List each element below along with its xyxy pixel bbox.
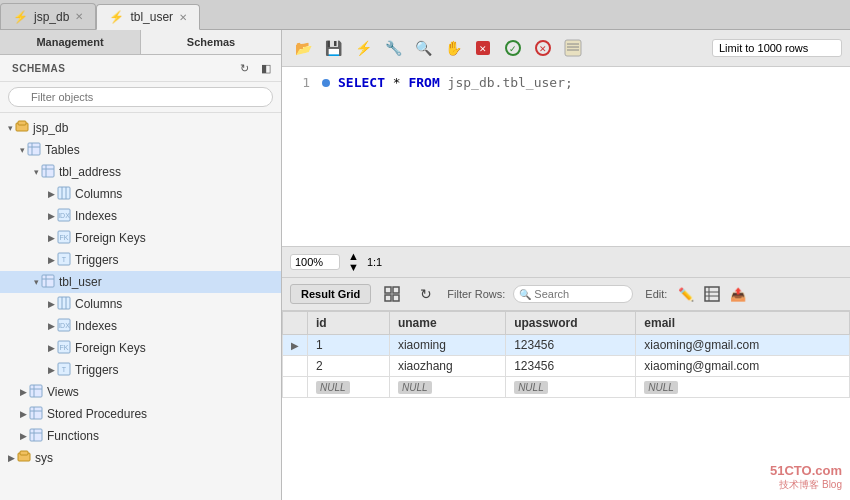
tree-label-triggers-1: Triggers — [75, 253, 119, 267]
grid-view-btn[interactable] — [379, 282, 405, 306]
row-arrow-cell — [283, 377, 308, 398]
tree-item-indexes-2[interactable]: ▶IDXIndexes — [0, 315, 281, 337]
filter-input[interactable] — [8, 87, 273, 107]
tree-item-foreignkeys-2[interactable]: ▶FKForeign Keys — [0, 337, 281, 359]
tree-item-tbl_user[interactable]: ▾tbl_user — [0, 271, 281, 293]
execute-alt-btn[interactable]: 🔧 — [380, 36, 406, 60]
cell-upassword-2: NULL — [506, 377, 636, 398]
tree-item-columns-2[interactable]: ▶Columns — [0, 293, 281, 315]
tree-arrow-sys: ▶ — [8, 453, 15, 463]
main-layout: Management Schemas SCHEMAS ↻ ◧ 🔍 ▾jsp_db… — [0, 30, 850, 500]
null-badge: NULL — [514, 381, 548, 394]
cell-id-1: 2 — [308, 356, 390, 377]
svg-rect-52 — [385, 295, 391, 301]
tree-icon-jsp_db — [15, 120, 29, 136]
stop-btn[interactable]: ✕ — [470, 36, 496, 60]
filter-box: 🔍 — [0, 82, 281, 113]
sql-toolbar: 📂 💾 ⚡ 🔧 🔍 ✋ ✕ ✓ ✕ — [282, 30, 850, 67]
col-header-email: email — [636, 312, 850, 335]
null-badge: NULL — [398, 381, 432, 394]
commit-btn[interactable]: ✓ — [500, 36, 526, 60]
sql-editor[interactable]: 1 SELECT * FROM jsp_db.tbl_user; — [282, 67, 850, 247]
sidebar-collapse-btn[interactable]: ◧ — [257, 59, 275, 77]
tab-label-inactive: jsp_db — [34, 10, 69, 24]
edit-grid-btn[interactable] — [701, 284, 723, 304]
tree-label-foreignkeys-1: Foreign Keys — [75, 231, 146, 245]
limit-input[interactable] — [712, 39, 842, 57]
tree-arrow-triggers-1: ▶ — [48, 255, 55, 265]
tree-label-columns-1: Columns — [75, 187, 122, 201]
zoom-level[interactable] — [290, 254, 340, 270]
filter-search-wrapper: 🔍 — [513, 285, 633, 303]
zoom-arrows[interactable]: ▲▼ — [348, 251, 359, 273]
svg-rect-17 — [42, 275, 54, 287]
svg-text:IDX: IDX — [58, 212, 70, 219]
tree-item-sys[interactable]: ▶sys — [0, 447, 281, 469]
sidebar-tab-schemas[interactable]: Schemas — [141, 30, 281, 54]
tab-close-inactive[interactable]: ✕ — [75, 11, 83, 22]
null-badge: NULL — [644, 381, 678, 394]
table-row[interactable]: ▶1xiaoming123456xiaoming@gmail.com — [283, 335, 850, 356]
table-row[interactable]: 2xiaozhang123456xiaoming@gmail.com — [283, 356, 850, 377]
svg-rect-39 — [20, 451, 28, 455]
save-btn[interactable]: 💾 — [320, 36, 346, 60]
tree-label-stored-procedures: Stored Procedures — [47, 407, 147, 421]
svg-rect-20 — [58, 297, 70, 309]
tree-item-jsp_db[interactable]: ▾jsp_db — [0, 117, 281, 139]
col-header-uname: uname — [389, 312, 505, 335]
tab-label-active: tbl_user — [130, 10, 173, 24]
execute-btn[interactable]: ⚡ — [350, 36, 376, 60]
tree-label-jsp_db: jsp_db — [33, 121, 68, 135]
edit-pencil-btn[interactable]: ✏️ — [675, 284, 697, 304]
cell-email-2: NULL — [636, 377, 850, 398]
info-btn[interactable] — [560, 36, 586, 60]
sidebar-tab-management[interactable]: Management — [0, 30, 141, 54]
result-area: Result Grid ↻ Filter Rows: 🔍 Edit: — [282, 278, 850, 500]
tab-close-active[interactable]: ✕ — [179, 12, 187, 23]
tree-item-foreignkeys-1[interactable]: ▶FKForeign Keys — [0, 227, 281, 249]
tree-item-triggers-2[interactable]: ▶TTriggers — [0, 359, 281, 381]
tree-item-tables[interactable]: ▾Tables — [0, 139, 281, 161]
table-row[interactable]: NULLNULLNULLNULL — [283, 377, 850, 398]
tree-label-functions: Functions — [47, 429, 99, 443]
tree-label-tables: Tables — [45, 143, 80, 157]
magnify-btn[interactable]: 🔍 — [410, 36, 436, 60]
cell-id-2: NULL — [308, 377, 390, 398]
search-icon: 🔍 — [519, 289, 531, 300]
top-tab-bar: ⚡ jsp_db ✕ ⚡ tbl_user ✕ — [0, 0, 850, 30]
rollback-btn[interactable]: ✕ — [530, 36, 556, 60]
result-grid-btn[interactable]: Result Grid — [290, 284, 371, 304]
svg-rect-5 — [42, 165, 54, 177]
sidebar-refresh-btn[interactable]: ↻ — [235, 59, 253, 77]
tree-item-functions[interactable]: ▶Functions — [0, 425, 281, 447]
tree-icon-tables — [27, 142, 41, 158]
edit-label: Edit: — [645, 288, 667, 300]
refresh-result-btn[interactable]: ↻ — [413, 282, 439, 306]
tab-jsp-db[interactable]: ⚡ jsp_db ✕ — [0, 3, 96, 29]
tree-item-indexes-1[interactable]: ▶IDXIndexes — [0, 205, 281, 227]
null-badge: NULL — [316, 381, 350, 394]
watermark-main: 51CTO.com — [770, 463, 842, 478]
tree-item-stored-procedures[interactable]: ▶Stored Procedures — [0, 403, 281, 425]
filter-rows-label: Filter Rows: — [447, 288, 505, 300]
sidebar-tabs: Management Schemas — [0, 30, 281, 55]
sql-line-1: SELECT * FROM jsp_db.tbl_user; — [322, 75, 842, 90]
tree-item-tbl_address[interactable]: ▾tbl_address — [0, 161, 281, 183]
tree-item-columns-1[interactable]: ▶Columns — [0, 183, 281, 205]
tree-item-views[interactable]: ▶Views — [0, 381, 281, 403]
svg-text:FK: FK — [60, 344, 69, 351]
open-btn[interactable]: 📂 — [290, 36, 316, 60]
sql-text: SELECT * FROM jsp_db.tbl_user; — [338, 75, 573, 90]
tree-item-triggers-1[interactable]: ▶TTriggers — [0, 249, 281, 271]
tree-label-tbl_user: tbl_user — [59, 275, 102, 289]
filter-search-input[interactable] — [513, 285, 633, 303]
tab-tbl-user[interactable]: ⚡ tbl_user ✕ — [96, 4, 200, 30]
edit-export-btn[interactable]: 📤 — [727, 284, 749, 304]
tree-arrow-columns-1: ▶ — [48, 189, 55, 199]
tree-label-columns-2: Columns — [75, 297, 122, 311]
pause-btn[interactable]: ✋ — [440, 36, 466, 60]
sidebar-toolbar: SCHEMAS ↻ ◧ — [0, 55, 281, 82]
cell-email-1: xiaoming@gmail.com — [636, 356, 850, 377]
tree-arrow-columns-2: ▶ — [48, 299, 55, 309]
svg-rect-51 — [393, 287, 399, 293]
